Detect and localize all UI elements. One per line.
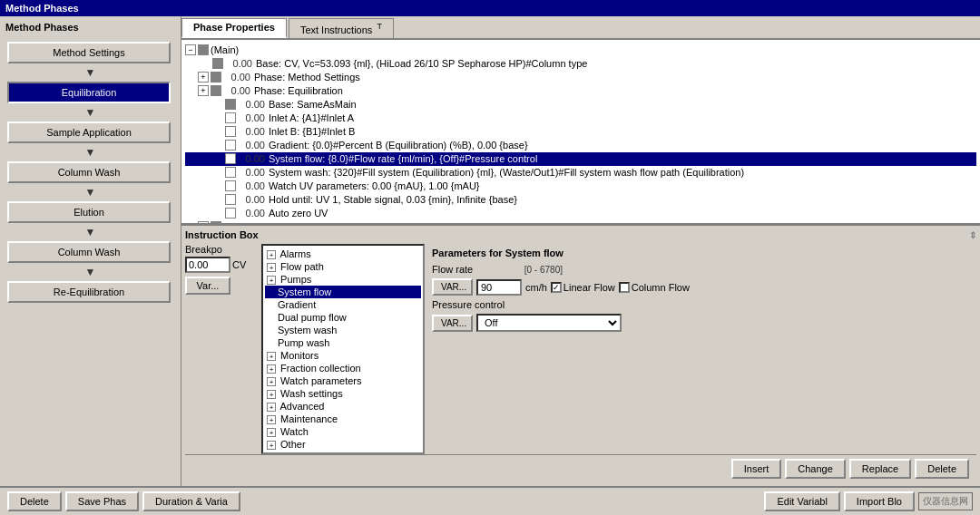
instr-expand-12[interactable]: + — [267, 403, 276, 412]
delete-instr-button[interactable]: Delete — [915, 459, 969, 479]
instr-item-5[interactable]: Dual pump flow — [265, 311, 421, 324]
phase-column-wash-1[interactable]: Column Wash — [7, 161, 171, 183]
tree-value-9: 0.00 — [238, 166, 265, 180]
linear-flow-checkbox-item: Linear Flow — [551, 282, 615, 293]
instr-expand-2[interactable]: + — [267, 276, 276, 285]
tree-row-6[interactable]: 0.00Inlet B: {B1}#Inlet B — [185, 125, 976, 139]
expand-btn-0[interactable]: − — [185, 44, 196, 55]
arrow-3: ▼ — [4, 146, 177, 159]
instr-item-13[interactable]: + Maintenance — [265, 413, 421, 425]
tree-area[interactable]: −(Main)0.00Base: CV, Vc=53.093 {ml}, (Hi… — [181, 40, 980, 224]
tree-row-9[interactable]: 0.00System wash: {320}#Fill system (Equi… — [185, 166, 976, 180]
instr-item-8[interactable]: + Monitors — [265, 349, 421, 362]
instr-expand-9[interactable]: + — [267, 364, 276, 374]
edit-variabl-button[interactable]: Edit Variabl — [764, 491, 839, 511]
tree-text-12: Auto zero UV — [269, 207, 976, 220]
instr-item-7[interactable]: Pump wash — [265, 336, 421, 349]
tree-checkbox-1[interactable] — [212, 58, 223, 69]
phase-re-equilibration[interactable]: Re-Equilibration — [7, 281, 171, 303]
linear-flow-label: Linear Flow — [564, 282, 615, 293]
instr-item-4[interactable]: Gradient — [265, 298, 421, 311]
instr-expand-13[interactable]: + — [267, 415, 276, 424]
tree-row-12[interactable]: 0.00Auto zero UV — [185, 207, 976, 220]
pressure-var-button[interactable]: VAR... — [432, 315, 473, 332]
tree-checkbox-10[interactable] — [225, 180, 236, 191]
duration-varia-button[interactable]: Duration & Varia — [142, 491, 240, 511]
flow-rate-var-button[interactable]: VAR... — [432, 278, 473, 296]
tree-checkbox-4[interactable] — [225, 99, 236, 110]
save-phas-button[interactable]: Save Phas — [65, 491, 139, 511]
instr-expand-10[interactable]: + — [267, 377, 276, 386]
var-button[interactable]: Var... — [185, 277, 230, 295]
splitter-handle[interactable]: ⇕ — [969, 230, 976, 240]
tree-checkbox-12[interactable] — [225, 208, 236, 219]
instr-item-14[interactable]: + Watch — [265, 425, 421, 438]
tree-checkbox-0[interactable] — [198, 44, 209, 55]
phase-elution[interactable]: Elution — [7, 201, 171, 223]
tree-checkbox-11[interactable] — [225, 194, 236, 205]
instr-item-3[interactable]: System flow — [265, 286, 421, 298]
phase-column-wash-2[interactable]: Column Wash — [7, 241, 171, 263]
delete-footer-button[interactable]: Delete — [7, 491, 62, 511]
tree-row-10[interactable]: 0.00Watch UV parameters: 0.00 {mAU}, 1.0… — [185, 180, 976, 193]
instr-expand-11[interactable]: + — [267, 390, 276, 399]
tree-row-8[interactable]: 0.00System flow: {8.0}#Flow rate {ml/min… — [185, 152, 976, 166]
flow-rate-label: Flow rate — [432, 264, 505, 275]
tree-text-11: Hold until: UV 1, Stable signal, 0.03 {m… — [269, 193, 976, 207]
tree-checkbox-5[interactable] — [225, 112, 236, 123]
tab-bar: Phase Properties Text Instructions T — [181, 16, 980, 40]
instruction-tree[interactable]: + Alarms+ Flow path+ Pumps System flow G… — [261, 244, 425, 454]
tree-checkbox-7[interactable] — [225, 140, 236, 151]
expand-btn-2[interactable]: + — [198, 72, 209, 83]
phase-equilibration[interactable]: Equilibration — [7, 82, 171, 103]
expand-btn-3[interactable]: + — [198, 85, 209, 96]
replace-button[interactable]: Replace — [849, 459, 911, 479]
instruction-box: Instruction Box ⇕ Breakpo CV Var... + Al… — [181, 224, 980, 486]
instr-item-12[interactable]: + Advanced — [265, 400, 421, 413]
instr-expand-8[interactable]: + — [267, 352, 276, 361]
column-flow-checkbox[interactable] — [619, 282, 630, 293]
breakpo-input[interactable] — [185, 257, 230, 273]
instr-item-15[interactable]: + Other — [265, 438, 421, 451]
instr-label-5: Dual pump flow — [278, 312, 347, 323]
flow-rate-input[interactable] — [476, 279, 522, 296]
instr-label-15: Other — [278, 439, 306, 450]
tree-checkbox-9[interactable] — [225, 167, 236, 178]
instr-expand-1[interactable]: + — [267, 263, 276, 272]
instr-item-0[interactable]: + Alarms — [265, 248, 421, 260]
tree-row-0[interactable]: −(Main) — [185, 44, 976, 57]
insert-button[interactable]: Insert — [731, 459, 782, 479]
tree-row-1[interactable]: 0.00Base: CV, Vc=53.093 {ml}, (HiLoad 26… — [185, 57, 976, 71]
phase-sample-application[interactable]: Sample Application — [7, 121, 171, 143]
instr-item-9[interactable]: + Fraction collection — [265, 362, 421, 374]
tab-text-instructions[interactable]: Text Instructions T — [289, 18, 394, 38]
tab-phase-properties[interactable]: Phase Properties — [181, 18, 287, 38]
arrow-6: ▼ — [4, 266, 177, 278]
tree-checkbox-2[interactable] — [211, 72, 221, 83]
tree-text-2: Phase: Method Settings — [254, 71, 976, 84]
tree-row-7[interactable]: 0.00Gradient: {0.0}#Percent B (Equilibra… — [185, 139, 976, 152]
import-blo-button[interactable]: Import Blo — [844, 491, 915, 511]
instr-item-1[interactable]: + Flow path — [265, 260, 421, 273]
phase-method-settings[interactable]: Method Settings — [7, 42, 171, 63]
tree-row-4[interactable]: 0.00Base: SameAsMain — [185, 98, 976, 112]
instr-expand-15[interactable]: + — [267, 441, 276, 450]
linear-flow-checkbox[interactable] — [551, 282, 562, 293]
instr-item-2[interactable]: + Pumps — [265, 273, 421, 286]
tree-row-5[interactable]: 0.00Inlet A: {A1}#Inlet A — [185, 112, 976, 125]
tree-row-3[interactable]: +0.00Phase: Equilibration — [185, 84, 976, 98]
instr-item-11[interactable]: + Wash settings — [265, 387, 421, 400]
tree-row-2[interactable]: +0.00Phase: Method Settings — [185, 71, 976, 84]
pressure-control-select[interactable]: Off — [476, 314, 622, 332]
instr-expand-0[interactable]: + — [267, 250, 276, 259]
tree-checkbox-6[interactable] — [225, 126, 236, 137]
breakpo-input-row: CV — [185, 257, 258, 273]
instr-item-6[interactable]: System wash — [265, 324, 421, 336]
change-button[interactable]: Change — [785, 459, 846, 479]
tree-checkbox-3[interactable] — [211, 85, 221, 96]
instr-item-10[interactable]: + Watch parameters — [265, 374, 421, 387]
instr-expand-14[interactable]: + — [267, 428, 276, 437]
tree-row-11[interactable]: 0.00Hold until: UV 1, Stable signal, 0.0… — [185, 193, 976, 207]
tree-checkbox-8[interactable] — [225, 153, 236, 164]
params-title: Parameters for System flow — [432, 248, 973, 258]
